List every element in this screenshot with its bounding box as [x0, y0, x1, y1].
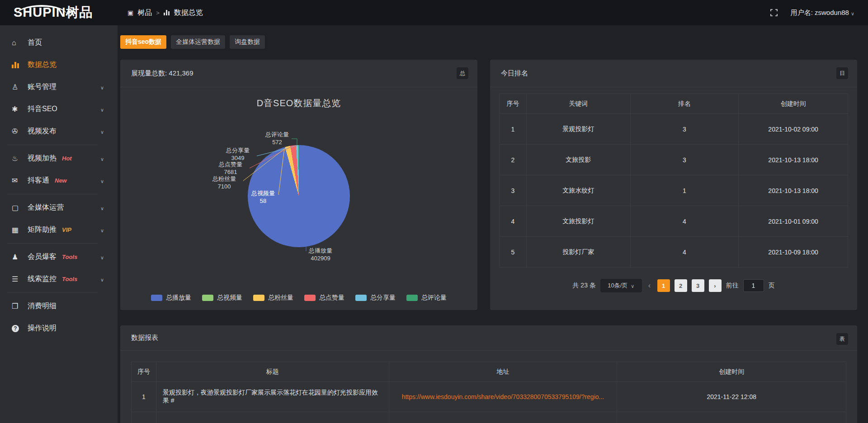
sidebar-item-data-overview[interactable]: 数据总览 — [0, 54, 118, 76]
hot-badge: Hot — [62, 155, 72, 162]
sidebar-divider — [7, 194, 98, 194]
today-ranking-panel: 今日排名 日 序号关键词排名创建时间1景观投影灯32021-10-02 09:0… — [490, 60, 857, 310]
sliders-icon — [12, 275, 22, 283]
column-header: 地址 — [389, 362, 617, 382]
page-button-3[interactable]: 3 — [692, 279, 704, 292]
home-icon — [12, 39, 22, 47]
column-header: 排名 — [630, 94, 739, 114]
panel-header: 数据报表 表 — [120, 325, 857, 351]
sidebar-divider — [7, 145, 98, 145]
table-cell: 3 — [630, 145, 739, 175]
sidebar-divider — [7, 292, 98, 293]
sidebar-item-matrix-boost[interactable]: 矩阵助推 VIP — [0, 219, 118, 241]
app-logo: SHUPIN树品 — [0, 4, 118, 22]
column-header: 创建时间 — [617, 362, 846, 382]
table-cell: 2021-10-13 18:00 — [739, 145, 848, 175]
tools-badge: Tools — [62, 276, 77, 282]
total-count-label: 共 23 条 — [572, 282, 595, 290]
sidebar-item-account[interactable]: 账号管理 — [0, 76, 118, 98]
table-row: 5投影灯厂家42021-10-09 18:00 — [500, 237, 848, 268]
prev-page-button[interactable]: ‹ — [646, 281, 653, 290]
chevron-down-icon — [631, 282, 634, 289]
breadcrumb-root[interactable]: 树品 — [137, 8, 152, 18]
sidebar-item-video-publish[interactable]: 视频发布 — [0, 120, 118, 142]
breadcrumb-separator: > — [156, 9, 160, 16]
report-table-wrap: 序号标题地址创建时间1景观投影灯，夜游景观投影灯厂家展示展示落花灯在花园里的灯光… — [120, 351, 857, 423]
column-header: 标题 — [156, 362, 389, 382]
legend-item[interactable]: 总分享量 — [355, 294, 396, 302]
chevron-down-icon — [100, 204, 104, 212]
wallet-icon — [12, 302, 22, 310]
table-cell — [617, 412, 846, 423]
chevron-down-icon — [100, 83, 104, 91]
data-report-panel: 数据报表 表 序号标题地址创建时间1景观投影灯，夜游景观投影灯厂家展示展示落花灯… — [120, 325, 857, 423]
sidebar-item-label: 矩阵助推 — [28, 225, 57, 235]
ranking-table-wrap: 序号关键词排名创建时间1景观投影灯32021-10-02 09:002文旅投影3… — [490, 87, 857, 292]
legend-item[interactable]: 总粉丝量 — [253, 294, 293, 302]
table-row — [132, 412, 846, 423]
sidebar-item-label: 抖音SEO — [28, 104, 57, 114]
table-view-button[interactable]: 表 — [836, 333, 848, 345]
table-cell: 2021-10-02 09:00 — [739, 114, 848, 145]
chevron-down-icon — [100, 177, 104, 185]
table-cell — [132, 412, 156, 423]
sidebar-item-expense-detail[interactable]: 消费明细 — [0, 295, 118, 317]
legend-item[interactable]: 总评论量 — [406, 294, 447, 302]
link-cell[interactable]: https://www.iesdouyin.com/share/video/70… — [389, 382, 617, 412]
chevron-down-icon — [100, 226, 104, 234]
table-cell: 5 — [500, 237, 527, 268]
table-cell: 2 — [500, 145, 527, 175]
table-cell: 3 — [500, 175, 527, 206]
table-cell: 1 — [500, 114, 527, 145]
tab-douyin-seo-data[interactable]: 抖音seo数据 — [120, 35, 166, 49]
page-button-1[interactable]: 1 — [657, 279, 670, 292]
sidebar-item-video-heat[interactable]: 视频加热 Hot — [0, 147, 118, 169]
pagination: 共 23 条 10条/页 ‹ 1 2 3 › 前往 页 — [499, 279, 848, 292]
sidebar-item-member-burst[interactable]: 会员爆客 Tools — [0, 246, 118, 268]
header-actions: 用户名: zswodun88 — [770, 8, 868, 17]
sidebar-item-label: 首页 — [28, 38, 42, 47]
goto-page-input[interactable] — [743, 279, 764, 292]
legend-swatch — [406, 295, 418, 301]
table-cell: 1 — [132, 382, 156, 412]
chevron-down-icon — [100, 253, 104, 261]
chevron-down-icon — [100, 127, 104, 136]
page-button-2[interactable]: 2 — [675, 279, 687, 292]
table-cell — [156, 412, 389, 423]
sidebar-item-help[interactable]: ? 操作说明 — [0, 317, 118, 339]
sidebar-item-home[interactable]: 首页 — [0, 32, 118, 54]
table-row: 1景观投影灯，夜游景观投影灯厂家展示展示落花灯在花园里的灯光投影应用效果 #ht… — [132, 382, 846, 412]
gear-icon — [12, 105, 22, 113]
sidebar-item-omnimedia[interactable]: 全媒体运营 — [0, 197, 118, 219]
sidebar-item-lead-monitor[interactable]: 线索监控 Tools — [0, 268, 118, 290]
pie-label-fans: 总粉丝量 7100 — [205, 175, 243, 190]
tab-omnimedia-data[interactable]: 全媒体运营数据 — [171, 35, 225, 49]
legend-item[interactable]: 总视频量 — [202, 294, 242, 302]
table-cell: 1 — [630, 175, 739, 206]
table-cell: 投影灯厂家 — [526, 237, 630, 268]
sidebar-item-label: 会员爆客 — [28, 252, 57, 262]
legend-item[interactable]: 总播放量 — [151, 294, 191, 302]
legend-item[interactable]: 总点赞量 — [304, 294, 344, 302]
daily-view-button[interactable]: 日 — [836, 67, 848, 79]
legend-swatch — [253, 295, 264, 301]
total-view-button[interactable]: 总 — [457, 67, 468, 79]
table-row: 3文旅水纹灯12021-10-13 18:00 — [500, 175, 848, 206]
video-camera-icon — [12, 127, 22, 136]
table-cell: 文旅投影灯 — [526, 206, 630, 237]
user-menu[interactable]: 用户名: zswodun88 — [791, 9, 854, 17]
column-header: 序号 — [132, 362, 156, 382]
table-header-row: 序号关键词排名创建时间 — [500, 94, 848, 114]
sidebar-item-label: 全媒体运营 — [28, 203, 64, 212]
chart-title: D音SEO数据量总览 — [120, 97, 477, 109]
column-header: 创建时间 — [739, 94, 848, 114]
fullscreen-icon[interactable] — [770, 8, 779, 17]
chevron-down-icon — [100, 105, 104, 113]
page-size-select[interactable]: 10条/页 — [600, 279, 642, 292]
table-cell: 4 — [630, 206, 739, 237]
sidebar-item-douketong[interactable]: 抖客通 New — [0, 169, 118, 192]
table-cell: 4 — [500, 206, 527, 237]
sidebar-item-douyin-seo[interactable]: 抖音SEO — [0, 98, 118, 120]
next-page-button[interactable]: › — [709, 279, 722, 292]
tab-inquiry-data[interactable]: 询盘数据 — [230, 35, 265, 49]
